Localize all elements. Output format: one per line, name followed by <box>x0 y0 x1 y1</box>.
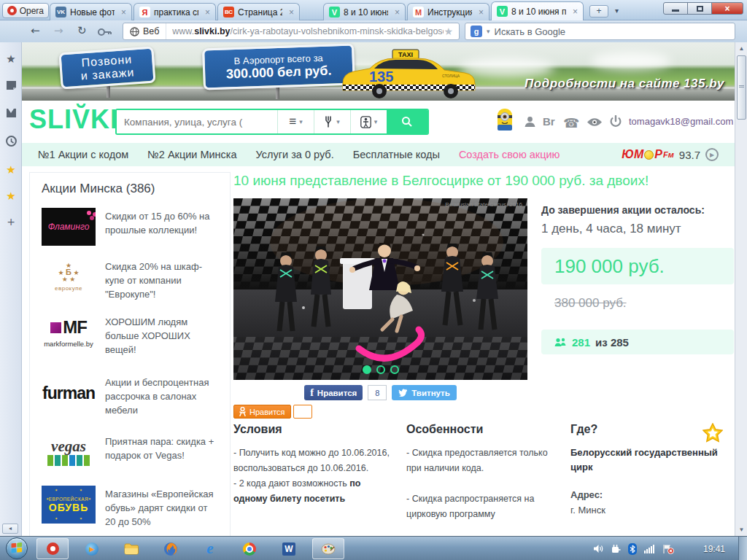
taxi-banner-ad[interactable]: Позвони и закажи В Аэропорт всего за 300… <box>22 42 735 101</box>
ok-like-button[interactable]: Нравится <box>233 405 291 419</box>
deal-list-item[interactable]: vegas Приятная пара: скидка + подарок от… <box>42 433 218 471</box>
features-line-2: - Скидка распространяется на цирковую пр… <box>406 491 558 522</box>
user-email[interactable]: tomagavk18@gmail.com <box>629 116 733 127</box>
nav-item-free-services[interactable]: Услуги за 0 руб. <box>256 149 334 160</box>
tab-close-icon[interactable]: × <box>205 7 210 18</box>
action-center-flag-icon[interactable] <box>662 544 674 554</box>
reload-button[interactable]: ↻ <box>77 24 87 37</box>
tab-yandex[interactable]: Я практика смот... × <box>133 3 216 20</box>
search-engine-dropdown-icon[interactable]: ▾ <box>487 28 490 35</box>
carousel-dot[interactable] <box>376 365 385 374</box>
nav-item-promo-codes[interactable]: №1 Акции с кодом <box>38 149 128 160</box>
taskbar-opera[interactable] <box>36 538 69 559</box>
currency-toggle[interactable]: Br <box>543 115 555 128</box>
tab-close-icon[interactable]: × <box>573 7 578 17</box>
tab-slivki-active[interactable]: V 8 и 10 июня п... × <box>491 1 584 20</box>
taskbar-media-player[interactable]: ▶ <box>76 538 108 559</box>
nav-item-free-codes[interactable]: Бесплатные коды <box>353 149 440 160</box>
volume-icon[interactable] <box>593 544 603 553</box>
deal-list-item[interactable]: furman Акции и беспроцентная рассрочка в… <box>42 374 218 417</box>
facebook-like-button[interactable]: f Нравится <box>304 385 363 400</box>
profile-icon[interactable] <box>524 115 536 128</box>
favorites-star-icon-2[interactable]: ★ <box>0 190 22 203</box>
bookmarks-panel-icon[interactable]: ★ <box>0 52 22 66</box>
taskbar-clock[interactable]: 19:41 <box>703 537 725 560</box>
start-button[interactable] <box>6 537 28 559</box>
url-field[interactable]: Веб www.slivki.by/cirk-ya-rabotayu-volsh… <box>123 23 460 40</box>
forward-button[interactable]: → <box>54 24 63 37</box>
bluetooth-icon[interactable] <box>628 543 637 555</box>
taskbar-paint[interactable] <box>312 538 344 559</box>
nav-item-minsk-deals[interactable]: №2 Акции Минска <box>147 149 236 160</box>
taskbar-ie[interactable]: e <box>194 538 226 559</box>
deal-list-item[interactable]: MF markformelle.by ХОРОШИМ людям больше … <box>42 314 218 357</box>
add-panel-icon[interactable]: + <box>0 216 22 228</box>
notes-panel-icon[interactable] <box>6 80 17 90</box>
password-key-icon[interactable] <box>98 28 112 36</box>
tab-close-icon[interactable]: × <box>289 7 294 18</box>
categories-dropdown[interactable]: ≡ ▾ <box>277 110 314 133</box>
carousel-dot[interactable] <box>390 365 399 374</box>
phone-icon[interactable]: ☎ <box>563 115 579 131</box>
slivki-logo[interactable]: SLIV̆KI <box>29 104 118 135</box>
svg-text:TAXI: TAXI <box>398 51 413 58</box>
show-desktop-button[interactable] <box>738 537 747 560</box>
site-search-input[interactable] <box>117 110 277 133</box>
back-button[interactable]: ← <box>31 24 40 37</box>
eye-icon[interactable] <box>587 117 603 127</box>
facebook-icon: f <box>310 387 314 399</box>
search-button[interactable] <box>387 110 427 133</box>
new-tab-button[interactable]: + <box>589 5 608 18</box>
minion-avatar[interactable] <box>495 107 515 135</box>
deal-list-item[interactable]: Фламинго Скидки от 15 до 60% на прошлые … <box>42 208 218 246</box>
page-scrollbar[interactable]: ▲ ▼ <box>735 42 747 536</box>
tab-list-dropdown-icon[interactable]: ▾ <box>615 7 619 15</box>
deal-title: 10 июня представление в Белгосцирке от 1… <box>233 173 649 189</box>
bookmark-star-icon[interactable]: ★ <box>444 26 459 37</box>
downloads-panel-icon[interactable] <box>6 108 17 118</box>
radio-play-button[interactable]: ▶ <box>705 148 719 161</box>
taskbar-firefox[interactable] <box>155 538 187 559</box>
food-dropdown[interactable]: ▾ <box>314 110 350 133</box>
deal-list-item[interactable]: ✶✶✶✶✶✶ ЕВРОПЕЙСКАЯ ОБУВЬ Магазины «Европ… <box>42 486 218 529</box>
system-tray <box>593 537 674 560</box>
conditions-line-2: - 2 кода дают возможность по одному биле… <box>233 476 390 507</box>
tab-gmail[interactable]: M Инструкция п... × <box>407 3 489 20</box>
sidebar-toggle-button[interactable]: ◂ <box>2 524 18 534</box>
power-plug-icon[interactable] <box>611 544 621 554</box>
windows-taskbar: ▶ e W <box>0 536 747 560</box>
deal-list-item[interactable]: ★ ★ Б ★ ★ ★ еврокупе Скидка 20% на шкаф-… <box>42 258 218 301</box>
restore-button[interactable] <box>687 2 712 15</box>
favorite-star-badge[interactable] <box>703 423 723 443</box>
tab-close-icon[interactable]: × <box>479 7 484 18</box>
tab-slivki-1[interactable]: V 8 и 10 июня п... × <box>323 3 406 20</box>
favorites-star-icon[interactable]: ★ <box>0 163 22 176</box>
history-panel-icon[interactable] <box>6 136 17 147</box>
scrollbar-thumb[interactable] <box>737 55 746 120</box>
tab-bc[interactable]: ВС Страница 2 - ... × <box>217 3 300 20</box>
opera-menu-button[interactable]: Opera <box>2 3 49 18</box>
scroll-down-arrow[interactable]: ▼ <box>735 526 747 533</box>
google-search-field[interactable]: g ▾ Искать в Google <box>465 23 735 40</box>
tab-title: 8 и 10 июня п... <box>511 7 566 17</box>
minimize-button[interactable] <box>663 2 688 15</box>
carousel-dot-active[interactable] <box>363 365 371 374</box>
sign-text: и закажи <box>80 66 135 82</box>
url-security-badge[interactable]: Веб <box>123 23 166 39</box>
scroll-up-arrow[interactable]: ▲ <box>735 45 747 52</box>
logout-power-icon[interactable] <box>610 115 622 128</box>
tab-close-icon[interactable]: × <box>121 7 126 18</box>
deal-photo[interactable]: Belarusian State Circus, 2016 <box>233 198 527 380</box>
nav-item-create-deal[interactable]: Создать свою акцию <box>459 149 560 160</box>
body-dropdown[interactable]: ▾ <box>350 110 387 133</box>
taskbar-chrome[interactable] <box>233 538 266 559</box>
tab-vk[interactable]: VK Новые фотогр... × <box>50 3 132 20</box>
ok-like-label: Нравится <box>249 408 285 416</box>
close-button[interactable]: × <box>711 2 743 15</box>
taskbar-explorer[interactable] <box>115 538 147 559</box>
tab-close-icon[interactable]: × <box>395 7 400 18</box>
word-icon: W <box>282 542 295 556</box>
taskbar-word[interactable]: W <box>273 538 305 559</box>
network-signal-icon[interactable] <box>644 545 655 553</box>
tweet-button[interactable]: Твитнуть <box>392 385 457 400</box>
